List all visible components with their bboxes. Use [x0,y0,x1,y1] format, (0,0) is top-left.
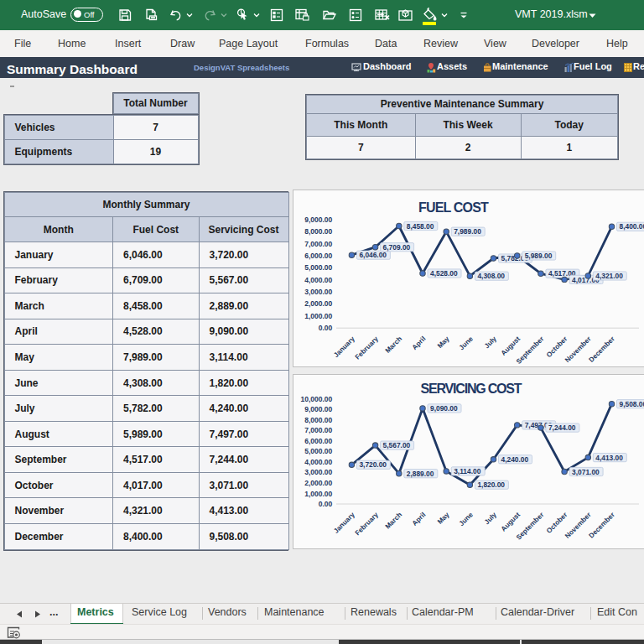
svg-text:FUEL COST: FUEL COST [418,200,489,215]
svg-text:4,528.00: 4,528.00 [430,269,458,278]
svg-text:10,000.00: 10,000.00 [300,395,332,403]
svg-text:5,000.00: 5,000.00 [304,447,332,455]
svg-text:7,244.00: 7,244.00 [548,423,576,432]
svg-text:1,820.00: 1,820.00 [477,480,505,489]
svg-text:5,000.00: 5,000.00 [304,263,332,272]
svg-text:4,240.00: 4,240.00 [501,455,529,464]
svg-text:4,000.00: 4,000.00 [304,276,332,284]
svg-text:5,989.00: 5,989.00 [525,252,553,260]
svg-text:3,071.00: 3,071.00 [572,468,600,476]
svg-text:7,000.00: 7,000.00 [304,240,332,248]
svg-text:9,508.00: 9,508.00 [620,400,644,408]
svg-text:1,000.00: 1,000.00 [304,490,332,498]
svg-text:8,000.00: 8,000.00 [304,416,332,424]
svg-text:3,114.00: 3,114.00 [454,467,480,475]
svg-text:8,400.00: 8,400.00 [620,222,644,231]
svg-text:2,000.00: 2,000.00 [304,299,332,308]
svg-text:7,989.00: 7,989.00 [454,227,481,236]
svg-text:9,000.00: 9,000.00 [304,405,332,413]
svg-text:6,000.00: 6,000.00 [304,252,332,260]
svg-text:2,889.00: 2,889.00 [407,470,434,478]
svg-text:6,000.00: 6,000.00 [304,437,332,445]
svg-text:3,000.00: 3,000.00 [304,468,332,476]
svg-text:0.00: 0.00 [319,500,333,508]
svg-text:4,321.00: 4,321.00 [595,272,623,280]
svg-text:7,000.00: 7,000.00 [304,426,332,434]
svg-text:5,567.00: 5,567.00 [383,441,411,449]
svg-text:6,709.00: 6,709.00 [383,243,411,252]
svg-text:3,720.00: 3,720.00 [359,460,387,469]
svg-text:SERVICING COST: SERVICING COST [421,382,522,396]
svg-text:8,458.00: 8,458.00 [407,222,434,231]
svg-text:3,000.00: 3,000.00 [304,288,332,296]
svg-text:8,000.00: 8,000.00 [304,227,332,236]
svg-text:4,308.00: 4,308.00 [477,272,505,280]
svg-text:9,000.00: 9,000.00 [304,216,332,224]
svg-text:4,000.00: 4,000.00 [304,458,332,466]
svg-text:2,000.00: 2,000.00 [304,479,332,487]
svg-text:1,000.00: 1,000.00 [304,312,332,320]
svg-text:0.00: 0.00 [319,324,333,332]
svg-text:4,413.00: 4,413.00 [595,454,623,462]
svg-text:6,046.00: 6,046.00 [359,251,387,259]
svg-text:9,090.00: 9,090.00 [430,404,458,413]
